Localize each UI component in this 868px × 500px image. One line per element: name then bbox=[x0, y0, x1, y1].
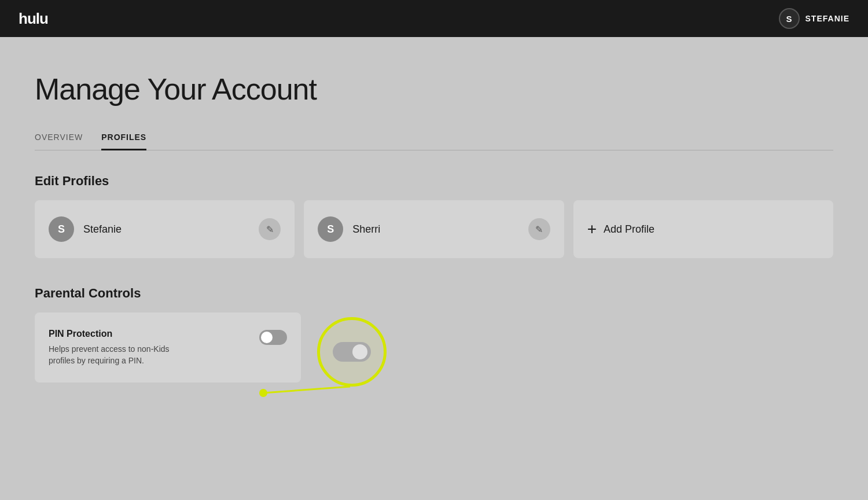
parental-controls-title: Parental Controls bbox=[35, 286, 833, 301]
page-title: Manage Your Account bbox=[35, 72, 833, 106]
parental-controls-card: PIN Protection Helps prevent access to n… bbox=[35, 312, 301, 383]
profiles-grid: S Stefanie ✎ S Sherri ✎ + A bbox=[35, 200, 833, 258]
pin-protection-toggle-container bbox=[259, 329, 287, 345]
main-content: Manage Your Account OVERVIEW PROFILES Ed… bbox=[0, 37, 868, 383]
user-avatar: S bbox=[779, 8, 800, 29]
profile-left-sherri: S Sherri bbox=[318, 216, 380, 242]
svg-line-0 bbox=[263, 387, 350, 393]
header: hulu S STEFANIE bbox=[0, 0, 868, 37]
edit-profiles-section: Edit Profiles S Stefanie ✎ S Sherri bbox=[35, 174, 833, 258]
parental-controls-section: Parental Controls PIN Protection Helps p… bbox=[35, 286, 833, 383]
pencil-icon-sherri: ✎ bbox=[535, 224, 543, 235]
profile-card-sherri[interactable]: S Sherri ✎ bbox=[304, 200, 564, 258]
edit-profiles-title: Edit Profiles bbox=[35, 174, 833, 189]
svg-point-1 bbox=[259, 389, 267, 397]
edit-button-stefanie[interactable]: ✎ bbox=[259, 218, 281, 240]
profile-name-sherri: Sherri bbox=[352, 223, 380, 236]
tab-overview[interactable]: OVERVIEW bbox=[35, 126, 83, 150]
avatar-stefanie: S bbox=[49, 216, 74, 242]
pin-protection-text: PIN Protection Helps prevent access to n… bbox=[49, 329, 259, 366]
profile-left-stefanie: S Stefanie bbox=[49, 216, 122, 242]
pencil-icon-stefanie: ✎ bbox=[266, 224, 274, 235]
plus-icon: + bbox=[587, 221, 597, 237]
pin-protection-toggle[interactable] bbox=[259, 330, 287, 345]
edit-button-sherri[interactable]: ✎ bbox=[528, 218, 550, 240]
hulu-logo: hulu bbox=[19, 10, 48, 28]
add-profile-label: Add Profile bbox=[604, 223, 654, 236]
pin-protection-title: PIN Protection bbox=[49, 329, 259, 339]
avatar-sherri: S bbox=[318, 216, 343, 242]
toggle-slider bbox=[259, 330, 287, 345]
pin-protection-description: Helps prevent access to non-Kids profile… bbox=[49, 344, 187, 366]
tabs-nav: OVERVIEW PROFILES bbox=[35, 125, 833, 150]
user-name: STEFANIE bbox=[806, 14, 849, 23]
profile-name-stefanie: Stefanie bbox=[83, 223, 122, 236]
profile-card-stefanie[interactable]: S Stefanie ✎ bbox=[35, 200, 295, 258]
tab-profiles[interactable]: PROFILES bbox=[101, 126, 146, 150]
user-menu[interactable]: S STEFANIE bbox=[779, 8, 849, 29]
add-profile-card[interactable]: + Add Profile bbox=[573, 200, 833, 258]
